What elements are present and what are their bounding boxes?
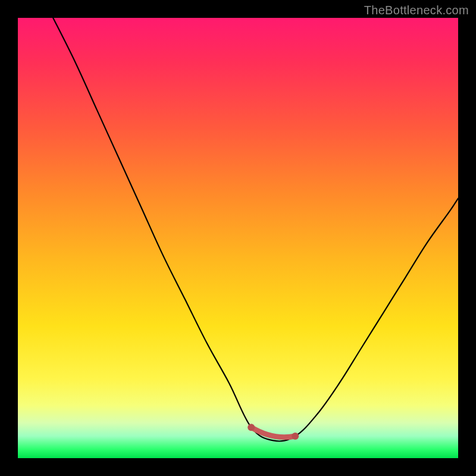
watermark-text: TheBottleneck.com [364,4,469,17]
outer-frame: TheBottleneck.com [0,0,476,476]
bottleneck-curve [53,18,458,441]
trough-dot-left [248,424,255,431]
trough-marker [251,427,295,437]
trough-dot-right [292,433,299,440]
plot-area [18,18,458,458]
chart-svg [18,18,458,458]
